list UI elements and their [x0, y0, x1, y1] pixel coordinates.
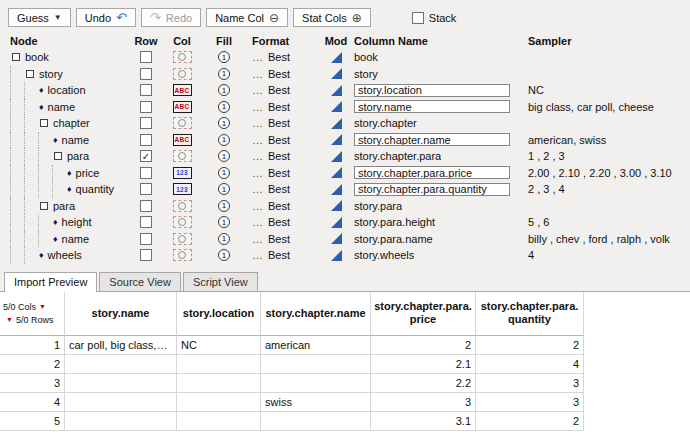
format-menu-dots[interactable]: … — [252, 233, 263, 245]
preview-cell[interactable]: 4 — [476, 355, 584, 374]
row-checkbox[interactable] — [140, 51, 152, 63]
preview-cell[interactable]: 3 — [476, 393, 584, 412]
preview-col-header[interactable]: story.name — [65, 292, 177, 336]
row-checkbox[interactable] — [140, 68, 152, 80]
preview-cell[interactable]: 3.1 — [371, 412, 476, 431]
row-checkbox[interactable] — [140, 200, 152, 212]
fill-once-icon[interactable]: 1 — [218, 216, 230, 228]
fill-once-icon[interactable]: 1 — [218, 134, 230, 146]
tab-script-view[interactable]: Script View — [183, 272, 258, 291]
tab-import-preview[interactable]: Import Preview — [4, 272, 97, 292]
format-menu-dots[interactable]: … — [252, 183, 263, 195]
name-col-button[interactable]: Name Col ⊖ — [206, 8, 288, 27]
continuous-modeling-icon[interactable] — [330, 199, 343, 212]
tab-source-view[interactable]: Source View — [99, 272, 181, 291]
fill-once-icon[interactable]: 1 — [218, 84, 230, 96]
preview-cell[interactable]: 3 — [371, 393, 476, 412]
format-menu-dots[interactable]: … — [252, 200, 263, 212]
row-checkbox[interactable]: ✓ — [140, 150, 152, 162]
continuous-modeling-icon[interactable] — [330, 166, 343, 179]
preview-cell[interactable] — [65, 374, 177, 393]
row-checkbox[interactable] — [140, 216, 152, 228]
format-menu-dots[interactable]: … — [252, 150, 263, 162]
character-type-icon[interactable]: ABC — [173, 101, 192, 113]
preview-cell[interactable] — [177, 393, 261, 412]
rows-menu[interactable]: ▼5/0 Rows — [3, 315, 53, 325]
row-number[interactable]: 3 — [0, 374, 65, 393]
row-checkbox[interactable] — [140, 167, 152, 179]
column-name-input[interactable]: story.chapter.para.price — [354, 166, 510, 179]
preview-cell[interactable] — [177, 355, 261, 374]
undo-button[interactable]: Undo ↶ — [76, 8, 136, 27]
fill-once-icon[interactable]: 1 — [218, 183, 230, 195]
preview-col-header[interactable]: story.chapter.para.quantity — [476, 292, 584, 336]
format-menu-dots[interactable]: … — [252, 249, 263, 261]
no-column-icon[interactable] — [173, 249, 192, 261]
no-column-icon[interactable] — [173, 200, 192, 212]
continuous-modeling-icon[interactable] — [330, 249, 343, 262]
preview-cell[interactable]: 2.1 — [371, 355, 476, 374]
red-triangle-icon[interactable]: ▼ — [6, 316, 13, 323]
stat-cols-button[interactable]: Stat Cols ⊕ — [293, 8, 371, 27]
preview-cell[interactable]: NC — [177, 336, 261, 355]
row-checkbox[interactable] — [140, 117, 152, 129]
preview-cell[interactable] — [177, 374, 261, 393]
numeric-type-icon[interactable]: 123 — [173, 183, 192, 195]
continuous-modeling-icon[interactable] — [330, 232, 343, 245]
row-checkbox[interactable] — [140, 183, 152, 195]
column-name-input[interactable]: story.name — [354, 100, 510, 113]
fill-once-icon[interactable]: 1 — [218, 249, 230, 261]
continuous-modeling-icon[interactable] — [330, 183, 343, 196]
preview-cell[interactable] — [177, 412, 261, 431]
no-column-icon[interactable] — [173, 51, 192, 63]
preview-cell[interactable]: american — [261, 336, 371, 355]
stack-checkbox[interactable] — [412, 12, 424, 24]
format-menu-dots[interactable]: … — [252, 117, 263, 129]
numeric-type-icon[interactable]: 123 — [173, 167, 192, 179]
preview-cell[interactable]: swiss — [261, 393, 371, 412]
fill-once-icon[interactable]: 1 — [218, 233, 230, 245]
no-column-icon[interactable] — [173, 117, 192, 129]
preview-cell[interactable]: 2 — [371, 336, 476, 355]
row-number[interactable]: 2 — [0, 355, 65, 374]
format-menu-dots[interactable]: … — [252, 51, 263, 63]
preview-cell[interactable] — [65, 393, 177, 412]
column-name-input[interactable]: story.chapter.name — [354, 133, 510, 146]
preview-cell[interactable] — [65, 355, 177, 374]
fill-once-icon[interactable]: 1 — [218, 51, 230, 63]
preview-cell[interactable]: car poll, big class,… — [65, 336, 177, 355]
row-number[interactable]: 5 — [0, 412, 65, 431]
preview-cell[interactable]: 2 — [476, 336, 584, 355]
no-column-icon[interactable] — [173, 233, 192, 245]
format-menu-dots[interactable]: … — [252, 101, 263, 113]
fill-once-icon[interactable]: 1 — [218, 200, 230, 212]
no-column-icon[interactable] — [173, 216, 192, 228]
preview-cell[interactable]: 2 — [476, 412, 584, 431]
element-node-icon[interactable] — [40, 202, 48, 210]
continuous-modeling-icon[interactable] — [330, 51, 343, 64]
no-column-icon[interactable] — [173, 68, 192, 80]
fill-once-icon[interactable]: 1 — [218, 101, 230, 113]
guess-button[interactable]: Guess ▼ — [8, 8, 71, 27]
preview-cell[interactable] — [65, 412, 177, 431]
red-triangle-icon[interactable]: ▼ — [39, 303, 46, 310]
no-column-icon[interactable] — [173, 150, 192, 162]
format-menu-dots[interactable]: … — [252, 84, 263, 96]
format-menu-dots[interactable]: … — [252, 134, 263, 146]
preview-col-header[interactable]: story.chapter.name — [261, 292, 371, 336]
preview-col-header[interactable]: story.chapter.para.price — [371, 292, 476, 336]
row-number[interactable]: 4 — [0, 393, 65, 412]
fill-once-icon[interactable]: 1 — [218, 167, 230, 179]
fill-once-icon[interactable]: 1 — [218, 150, 230, 162]
columns-menu[interactable]: 5/0 Cols▼ — [3, 302, 49, 312]
column-name-input[interactable]: story.location — [354, 84, 510, 97]
preview-col-header[interactable]: story.location — [177, 292, 261, 336]
format-menu-dots[interactable]: … — [252, 167, 263, 179]
preview-cell[interactable] — [261, 355, 371, 374]
fill-once-icon[interactable]: 1 — [218, 68, 230, 80]
row-number[interactable]: 1 — [0, 336, 65, 355]
preview-cell[interactable]: 2.2 — [371, 374, 476, 393]
row-checkbox[interactable] — [140, 84, 152, 96]
continuous-modeling-icon[interactable] — [330, 216, 343, 229]
preview-cell[interactable] — [261, 374, 371, 393]
